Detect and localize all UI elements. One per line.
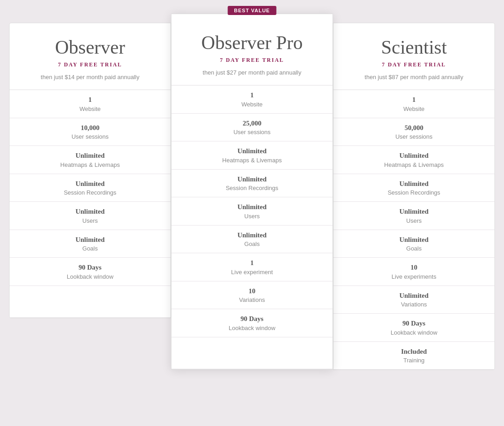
feature-row-observer-pro-7: 10 Variations: [171, 281, 333, 310]
feature-sub-scientist-6: Live experiments: [340, 273, 488, 280]
feature-main-scientist-5: Unlimited: [340, 236, 488, 245]
feature-sub-scientist-5: Goals: [340, 245, 488, 252]
feature-sub-observer-pro-4: Users: [178, 213, 326, 220]
feature-row-observer-5: Unlimited Goals: [10, 230, 171, 258]
feature-sub-observer-6: Lookback window: [16, 273, 164, 280]
feature-row-scientist-4: Unlimited Users: [333, 202, 494, 230]
feature-row-empty-observer-7: [10, 286, 171, 318]
feature-row-observer-pro-5: Unlimited Goals: [171, 226, 333, 254]
feature-main-scientist-3: Unlimited: [340, 180, 488, 189]
feature-row-observer-6: 90 Days Lookback window: [10, 258, 171, 286]
feature-row-scientist-6: 10 Live experiments: [333, 258, 494, 286]
feature-main-observer-pro-6: 1: [178, 259, 326, 268]
feature-sub-observer-3: Session Recordings: [16, 189, 164, 196]
feature-main-scientist-8: 90 Days: [340, 319, 488, 328]
feature-row-scientist-5: Unlimited Goals: [333, 230, 494, 258]
feature-row-empty-observer-pro-9: [171, 337, 333, 369]
plan-name-scientist: Scientist: [343, 37, 485, 58]
feature-main-scientist-7: Unlimited: [340, 291, 488, 301]
feature-main-scientist-1: 50,000: [340, 124, 488, 133]
feature-row-observer-pro-3: Unlimited Session Recordings: [171, 170, 333, 198]
feature-main-observer-pro-3: Unlimited: [178, 175, 326, 184]
feature-main-observer-1: 10,000: [16, 124, 164, 133]
pricing-table: Observer 7 DAY FREE TRIAL then just $14 …: [9, 9, 495, 375]
plan-col-observer-pro: BEST VALUE Observer Pro 7 DAY FREE TRIAL…: [171, 14, 333, 370]
plan-header-observer: Observer 7 DAY FREE TRIAL then just $14 …: [10, 23, 171, 90]
feature-sub-observer-2: Heatmaps & Livemaps: [16, 161, 164, 168]
feature-sub-scientist-7: Variations: [340, 301, 488, 308]
feature-sub-observer-pro-0: Website: [178, 101, 326, 108]
feature-main-observer-4: Unlimited: [16, 207, 164, 216]
feature-sub-observer-pro-1: User sessions: [178, 129, 326, 135]
best-value-badge: BEST VALUE: [228, 6, 277, 15]
plan-trial-observer: 7 DAY FREE TRIAL: [19, 61, 161, 68]
plan-price-scientist: then just $87 per month paid annually: [343, 74, 485, 80]
feature-sub-scientist-4: Users: [340, 217, 488, 224]
plan-header-observer-pro: Observer Pro 7 DAY FREE TRIAL then just …: [171, 14, 333, 85]
feature-main-scientist-9: Included: [340, 347, 488, 356]
feature-sub-scientist-8: Lookback window: [340, 329, 488, 336]
feature-sub-observer-5: Goals: [16, 245, 164, 252]
feature-main-observer-5: Unlimited: [16, 236, 164, 245]
feature-row-scientist-1: 50,000 User sessions: [333, 118, 494, 146]
plan-price-observer-pro: then just $27 per month paid annually: [181, 69, 323, 76]
feature-row-observer-1: 10,000 User sessions: [10, 118, 171, 146]
feature-main-observer-pro-2: Unlimited: [178, 147, 326, 156]
feature-row-observer-pro-4: Unlimited Users: [171, 197, 333, 226]
feature-main-observer-pro-0: 1: [178, 91, 326, 100]
feature-main-scientist-2: Unlimited: [340, 151, 488, 160]
feature-sub-observer-pro-7: Variations: [178, 296, 326, 303]
feature-row-scientist-3: Unlimited Session Recordings: [333, 174, 494, 202]
feature-row-scientist-8: 90 Days Lookback window: [333, 314, 494, 342]
feature-main-observer-pro-8: 90 Days: [178, 315, 326, 324]
feature-sub-observer-pro-3: Session Recordings: [178, 185, 326, 191]
feature-main-observer-2: Unlimited: [16, 151, 164, 160]
feature-row-scientist-0: 1 Website: [333, 90, 494, 118]
feature-main-scientist-0: 1: [340, 95, 488, 105]
plan-col-observer: Observer 7 DAY FREE TRIAL then just $14 …: [9, 23, 171, 318]
feature-sub-scientist-9: Training: [340, 357, 488, 364]
feature-main-observer-3: Unlimited: [16, 180, 164, 189]
plan-name-observer: Observer: [19, 37, 161, 58]
feature-main-observer-pro-5: Unlimited: [178, 231, 326, 240]
feature-sub-observer-4: Users: [16, 217, 164, 224]
feature-main-scientist-6: 10: [340, 263, 488, 272]
feature-main-observer-0: 1: [16, 95, 164, 105]
plan-trial-observer-pro: 7 DAY FREE TRIAL: [181, 57, 323, 64]
feature-sub-observer-pro-2: Heatmaps & Livemaps: [178, 157, 326, 164]
feature-sub-observer-0: Website: [16, 105, 164, 112]
feature-main-observer-pro-4: Unlimited: [178, 203, 326, 212]
feature-row-observer-4: Unlimited Users: [10, 202, 171, 230]
feature-sub-observer-1: User sessions: [16, 133, 164, 140]
feature-sub-observer-pro-8: Lookback window: [178, 325, 326, 331]
feature-row-observer-3: Unlimited Session Recordings: [10, 174, 171, 202]
feature-row-observer-pro-6: 1 Live experiment: [171, 253, 333, 281]
plan-col-scientist: Scientist 7 DAY FREE TRIAL then just $87…: [333, 23, 495, 370]
feature-main-observer-6: 90 Days: [16, 263, 164, 272]
feature-sub-scientist-1: User sessions: [340, 133, 488, 140]
feature-row-observer-2: Unlimited Heatmaps & Livemaps: [10, 146, 171, 174]
feature-main-observer-pro-7: 10: [178, 287, 326, 296]
feature-main-observer-pro-1: 25,000: [178, 119, 326, 128]
feature-row-scientist-9: Included Training: [333, 342, 494, 370]
feature-row-observer-pro-0: 1 Website: [171, 85, 333, 114]
plan-trial-scientist: 7 DAY FREE TRIAL: [343, 61, 485, 68]
feature-sub-scientist-0: Website: [340, 105, 488, 112]
plan-name-observer-pro: Observer Pro: [181, 32, 323, 53]
feature-row-observer-0: 1 Website: [10, 90, 171, 118]
feature-row-scientist-7: Unlimited Variations: [333, 286, 494, 314]
feature-sub-scientist-2: Heatmaps & Livemaps: [340, 161, 488, 168]
plan-header-scientist: Scientist 7 DAY FREE TRIAL then just $87…: [333, 23, 494, 90]
feature-sub-observer-pro-6: Live experiment: [178, 269, 326, 276]
feature-main-scientist-4: Unlimited: [340, 207, 488, 216]
feature-row-observer-pro-1: 25,000 User sessions: [171, 114, 333, 142]
feature-sub-observer-pro-5: Goals: [178, 241, 326, 247]
feature-row-observer-pro-2: Unlimited Heatmaps & Livemaps: [171, 141, 333, 170]
feature-row-observer-pro-8: 90 Days Lookback window: [171, 309, 333, 337]
feature-row-scientist-2: Unlimited Heatmaps & Livemaps: [333, 146, 494, 174]
plan-price-observer: then just $14 per month paid annually: [19, 74, 161, 80]
feature-sub-scientist-3: Session Recordings: [340, 189, 488, 196]
